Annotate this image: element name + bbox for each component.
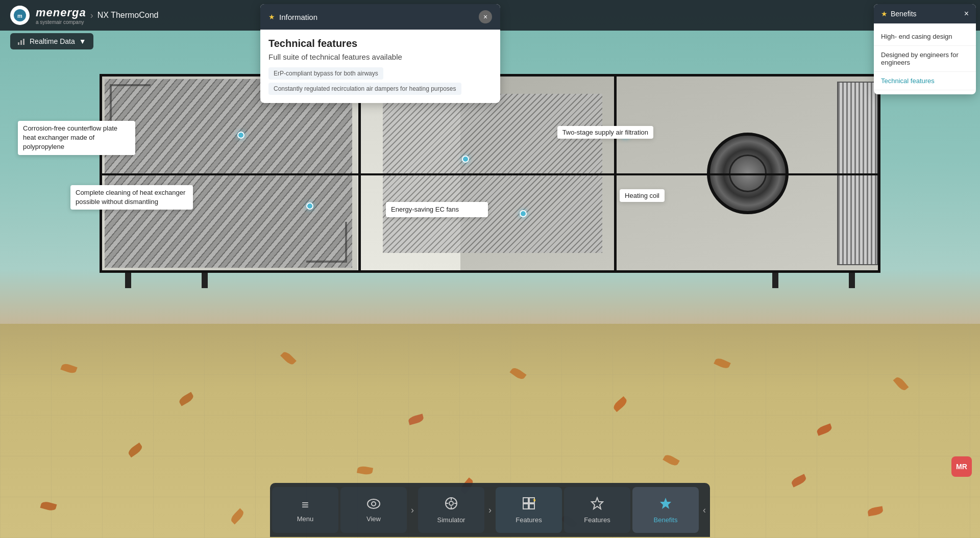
info-panel: ★ Information × Technical features Full … bbox=[260, 4, 500, 103]
benefits-item-engineers-text: Designed by engineers for engineers bbox=[881, 51, 959, 66]
benefits-item-casing-text: High- end casing design bbox=[881, 33, 952, 40]
leaf-decoration bbox=[612, 396, 629, 412]
hotspot-fans[interactable] bbox=[520, 210, 527, 217]
leaf-decoration bbox=[280, 350, 297, 367]
bottom-toolbar: ≡ Menu View › bbox=[0, 482, 980, 538]
info-panel-tags: ErP-compliant bypass for both airways Co… bbox=[268, 67, 492, 95]
benefits-list: High- end casing design Designed by engi… bbox=[874, 23, 976, 94]
unit-leg bbox=[202, 273, 208, 288]
toolbar-arrow-3: ‹ bbox=[701, 505, 708, 516]
chart-icon bbox=[17, 37, 26, 45]
unit-leg bbox=[772, 273, 778, 288]
label-clean: Complete cleaning of heat exchanger poss… bbox=[70, 185, 193, 210]
svg-point-6 bbox=[372, 502, 376, 506]
logo-sub-text: a systemair company bbox=[36, 19, 86, 25]
label-hx: Corrosion-free counterflow plate heat ex… bbox=[18, 121, 135, 155]
label-coil: Heating coil bbox=[620, 189, 665, 202]
simulator-label: Simulator bbox=[437, 516, 465, 524]
leaf-decoration bbox=[178, 392, 194, 406]
svg-rect-3 bbox=[20, 40, 22, 45]
svg-text:m: m bbox=[17, 13, 22, 19]
hotspot-clean[interactable] bbox=[306, 202, 313, 210]
mr-badge[interactable]: MR bbox=[951, 456, 972, 477]
svg-point-5 bbox=[368, 499, 380, 508]
info-panel-body: Technical features Full suite of technic… bbox=[260, 30, 500, 103]
benefits-title-text: Benefits bbox=[891, 10, 917, 18]
info-tag-damper: Constantly regulated recirculation air d… bbox=[268, 83, 461, 95]
label-filter-text: Two-stage supply air filtration bbox=[562, 129, 648, 136]
benefits-item-engineers[interactable]: Designed by engineers for engineers bbox=[874, 46, 976, 72]
info-tag-erp: ErP-compliant bypass for both airways bbox=[268, 67, 383, 80]
info-panel-close-button[interactable]: × bbox=[479, 10, 492, 23]
label-fans: Energy-saving EC fans bbox=[386, 202, 488, 217]
hotspot-damper[interactable] bbox=[462, 156, 469, 163]
svg-marker-19 bbox=[660, 498, 671, 509]
menu-button[interactable]: ≡ Menu bbox=[272, 487, 338, 533]
hx-section bbox=[100, 74, 357, 273]
benefits-item-technical-text: Technical features bbox=[881, 77, 935, 85]
view-button[interactable]: View bbox=[340, 487, 407, 533]
label-clean-text: Complete cleaning of heat exchanger poss… bbox=[76, 189, 185, 206]
info-panel-heading: Technical features bbox=[268, 38, 492, 49]
benefits-item-casing[interactable]: High- end casing design bbox=[874, 28, 976, 46]
leaf-decoration bbox=[893, 375, 909, 392]
benefits-title-area: ★ Benefits bbox=[881, 10, 917, 18]
unit-leg bbox=[849, 273, 855, 288]
svg-rect-2 bbox=[18, 42, 19, 45]
menu-label: Menu bbox=[297, 515, 314, 523]
features1-button[interactable]: ★ Features bbox=[496, 487, 562, 533]
features2-label: Features bbox=[584, 516, 610, 524]
svg-rect-13 bbox=[523, 498, 528, 503]
leaf-decoration bbox=[816, 423, 832, 435]
info-panel-subheading: Full suite of technical features availab… bbox=[268, 53, 492, 61]
leaf-decoration bbox=[509, 366, 526, 381]
benefits-close-button[interactable]: × bbox=[964, 9, 969, 18]
features2-button[interactable]: Features bbox=[564, 487, 630, 533]
svg-text:★: ★ bbox=[532, 497, 535, 503]
simulator-icon bbox=[445, 497, 458, 513]
logo-icon: m bbox=[10, 6, 30, 25]
realtime-data-button[interactable]: Realtime Data ▼ bbox=[10, 33, 93, 49]
info-panel-title-area: ★ Information bbox=[268, 13, 317, 21]
logo-area: m menerga a systemair company bbox=[10, 6, 86, 25]
view-icon bbox=[367, 498, 380, 512]
info-panel-header: ★ Information × bbox=[260, 4, 500, 30]
hotspot-hx[interactable] bbox=[237, 132, 244, 139]
features1-label: Features bbox=[516, 516, 542, 524]
svg-rect-4 bbox=[23, 39, 24, 45]
leaf-decoration bbox=[357, 466, 373, 476]
benefits-star-icon: ★ bbox=[881, 10, 888, 18]
benefits-panel-header: ★ Benefits × bbox=[874, 4, 976, 23]
toolbar-container: ≡ Menu View › bbox=[270, 483, 710, 537]
menu-icon: ≡ bbox=[302, 498, 309, 512]
svg-rect-16 bbox=[529, 504, 534, 509]
benefits-item-technical[interactable]: Technical features bbox=[874, 72, 976, 90]
benefits-panel: ★ Benefits × High- end casing design Des… bbox=[874, 4, 976, 94]
info-star-icon: ★ bbox=[268, 13, 275, 21]
heating-coil-visual bbox=[837, 82, 878, 265]
leaf-decoration bbox=[408, 414, 425, 425]
label-coil-text: Heating coil bbox=[625, 192, 659, 199]
label-hx-text: Corrosion-free counterflow plate heat ex… bbox=[23, 124, 117, 150]
realtime-label: Realtime Data bbox=[30, 37, 75, 45]
view-label: View bbox=[366, 515, 381, 523]
toolbar-arrow-2: › bbox=[486, 505, 494, 516]
benefits-button[interactable]: Benefits bbox=[632, 487, 699, 533]
logo-text: menerga a systemair company bbox=[36, 6, 86, 25]
info-panel-title-text: Information bbox=[279, 13, 317, 21]
ahu-unit bbox=[100, 74, 880, 273]
toolbar-arrow-1: › bbox=[409, 505, 416, 516]
svg-rect-15 bbox=[523, 504, 528, 509]
label-filter-right: Two-stage supply air filtration bbox=[557, 126, 653, 139]
fan-section bbox=[615, 74, 880, 273]
svg-marker-18 bbox=[592, 498, 603, 509]
logo-main-text: menerga bbox=[36, 6, 86, 19]
svg-point-8 bbox=[449, 501, 453, 505]
features1-icon: ★ bbox=[522, 497, 535, 513]
simulator-button[interactable]: Simulator bbox=[418, 487, 484, 533]
leaf-decoration bbox=[714, 356, 731, 370]
features2-icon bbox=[591, 497, 604, 513]
leaf-decoration bbox=[663, 453, 679, 468]
leaf-decoration bbox=[60, 362, 77, 374]
middle-section bbox=[357, 74, 615, 273]
